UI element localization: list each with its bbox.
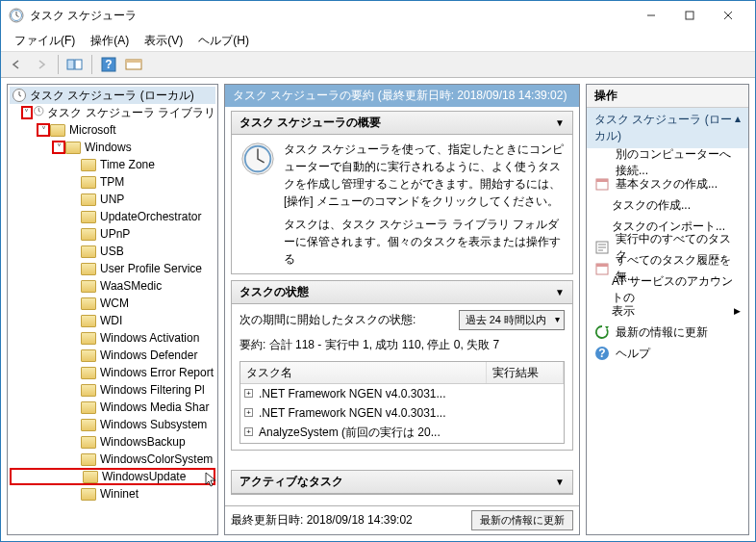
refresh-button[interactable]: 最新の情報に更新	[471, 510, 573, 530]
tree-item-label: WCM	[100, 297, 129, 310]
summary-header: タスク スケジューラの要約 (最終更新日時: 2018/09/18 14:39:…	[225, 85, 579, 107]
actions-scope: タスク スケジューラ (ローカル)	[594, 112, 735, 144]
col-taskname[interactable]: タスク名	[240, 362, 487, 383]
tree-item[interactable]: Wininet	[10, 485, 215, 503]
actions-subheader[interactable]: タスク スケジューラ (ローカル) ▴	[587, 108, 748, 148]
status-section: タスクの状態 ▼ 次の期間に開始したタスクの状態: 過去 24 時間以内 要約:…	[231, 280, 573, 451]
expand-icon[interactable]: +	[244, 408, 253, 417]
expand-windows-icon[interactable]: ˅	[52, 141, 65, 154]
panel-toggle-button[interactable]	[63, 54, 87, 75]
app-icon	[9, 8, 24, 23]
expand-library-icon[interactable]: ˅	[21, 106, 33, 119]
folder-icon	[81, 245, 96, 258]
task-row[interactable]: +.NET Framework NGEN v4.0.3031...	[240, 384, 564, 403]
action-label: ヘルプ	[616, 346, 650, 362]
folder-icon	[81, 194, 96, 206]
menu-file[interactable]: ファイル(F)	[7, 31, 83, 51]
overview-header[interactable]: タスク スケジューラの概要 ▼	[232, 112, 572, 135]
tree-item[interactable]: Windows Defender	[10, 347, 215, 364]
task-row[interactable]: +.NET Framework NGEN v4.0.3031...	[240, 403, 564, 423]
tree-windows[interactable]: ˅ Windows	[10, 139, 215, 156]
expand-microsoft-icon[interactable]: ˅	[37, 123, 50, 137]
tree-root-label: タスク スケジューラ (ローカル)	[30, 88, 194, 104]
tree-item[interactable]: WindowsColorSystem	[10, 451, 215, 468]
maximize-button[interactable]	[670, 2, 709, 29]
task-row[interactable]: +appuriverifierdaily (前回の実行は	[240, 442, 564, 444]
tree-root[interactable]: タスク スケジューラ (ローカル)	[10, 87, 215, 104]
folder-icon	[81, 228, 96, 241]
tree-item[interactable]: Windows Subsystem	[10, 416, 215, 433]
tree-item[interactable]: WindowsUpdate	[10, 468, 215, 485]
actions-header: 操作	[587, 85, 748, 108]
window-title: タスク スケジューラ	[30, 8, 632, 24]
tree-item[interactable]: WDI	[10, 312, 215, 329]
tree-item[interactable]: Windows Error Report	[10, 364, 215, 381]
tree-microsoft[interactable]: ˅ Microsoft	[10, 121, 215, 139]
tree-item-label: WindowsColorSystem	[100, 452, 213, 466]
status-header[interactable]: タスクの状態 ▼	[232, 281, 572, 304]
active-tasks-section: アクティブなタスク ▼	[231, 470, 573, 495]
action-item[interactable]: タスクの作成...	[589, 194, 746, 216]
action-item[interactable]: 別のコンピューターへ接続...	[589, 152, 746, 173]
menu-view[interactable]: 表示(V)	[137, 31, 190, 51]
close-button[interactable]	[709, 2, 747, 29]
menu-help[interactable]: ヘルプ(H)	[190, 31, 257, 51]
summary-body: タスク スケジューラの概要 ▼ タスク スケジューラを使って、指定したときにコン…	[225, 107, 579, 505]
actions-panel: 操作 タスク スケジューラ (ローカル) ▴ 別のコンピューターへ接続...基本…	[586, 84, 749, 535]
action-label: 最新の情報に更新	[616, 324, 708, 341]
task-name: .NET Framework NGEN v4.0.3031...	[259, 404, 446, 422]
expand-icon[interactable]: +	[244, 427, 253, 436]
expand-icon[interactable]: +	[244, 389, 253, 398]
tree-item[interactable]: Time Zone	[10, 156, 215, 173]
minimize-button[interactable]	[632, 2, 670, 29]
folder-icon	[83, 471, 98, 483]
back-button[interactable]	[5, 54, 28, 75]
tree-view[interactable]: タスク スケジューラ (ローカル) ˅ タスク スケジューラ ライブラリ ˅ M…	[8, 85, 217, 534]
svg-rect-2	[686, 12, 693, 19]
tree-item-label: WindowsBackup	[100, 435, 186, 449]
menubar: ファイル(F) 操作(A) 表示(V) ヘルプ(H)	[1, 30, 755, 51]
action-item[interactable]: 最新の情報に更新	[589, 322, 746, 343]
action-item[interactable]: ?ヘルプ	[589, 343, 746, 364]
task-row[interactable]: +AnalyzeSystem (前回の実行は 20...	[240, 423, 564, 442]
status-title: タスクの状態	[239, 284, 309, 300]
collapse-icon: ▼	[555, 117, 565, 128]
tree-item[interactable]: TPM	[10, 173, 215, 191]
collapse-icon: ▴	[735, 112, 741, 144]
scheduler-icon	[12, 88, 27, 103]
properties-button[interactable]	[122, 54, 145, 75]
tree-item[interactable]: UpdateOrchestrator	[10, 208, 215, 225]
tree-item-label: Windows Error Report	[100, 366, 214, 379]
tree-item[interactable]: Windows Activation	[10, 329, 215, 347]
tree-item[interactable]: Windows Media Shar	[10, 399, 215, 416]
folder-icon	[81, 297, 96, 310]
summary-panel: タスク スケジューラの要約 (最終更新日時: 2018/09/18 14:39:…	[224, 84, 580, 535]
task-list[interactable]: タスク名 実行結果 +.NET Framework NGEN v4.0.3031…	[239, 361, 565, 444]
status-period-dropdown[interactable]: 過去 24 時間以内	[459, 310, 565, 330]
tree-item[interactable]: WCM	[10, 295, 215, 312]
tree-item-label: WaaSMedic	[100, 279, 162, 293]
active-tasks-header[interactable]: アクティブなタスク ▼	[232, 471, 572, 494]
task-name: AnalyzeSystem (前回の実行は 20...	[259, 424, 441, 441]
tree-library[interactable]: ˅ タスク スケジューラ ライブラリ	[10, 104, 215, 121]
action-icon	[594, 240, 610, 255]
tree-item[interactable]: USB	[10, 243, 215, 260]
folder-icon	[81, 211, 96, 223]
tree-item[interactable]: Windows Filtering Pl	[10, 381, 215, 399]
action-icon	[594, 261, 610, 276]
tree-item-label: USB	[100, 245, 124, 258]
col-result[interactable]: 実行結果	[487, 362, 564, 383]
tree-item[interactable]: UPnP	[10, 225, 215, 243]
collapse-icon: ▼	[555, 477, 565, 487]
menu-action[interactable]: 操作(A)	[83, 31, 137, 51]
forward-button[interactable]	[30, 54, 53, 75]
action-item[interactable]: AT サービスのアカウントの	[589, 279, 746, 300]
help-button[interactable]: ?	[97, 54, 120, 75]
folder-icon	[81, 419, 96, 431]
tree-item[interactable]: WindowsBackup	[10, 433, 215, 451]
tree-item[interactable]: User Profile Service	[10, 260, 215, 277]
summary-footer: 最終更新日時: 2018/09/18 14:39:02 最新の情報に更新	[225, 505, 579, 534]
tree-item-label: Windows Filtering Pl	[100, 383, 205, 397]
tree-item[interactable]: WaaSMedic	[10, 277, 215, 295]
tree-item[interactable]: UNP	[10, 191, 215, 208]
